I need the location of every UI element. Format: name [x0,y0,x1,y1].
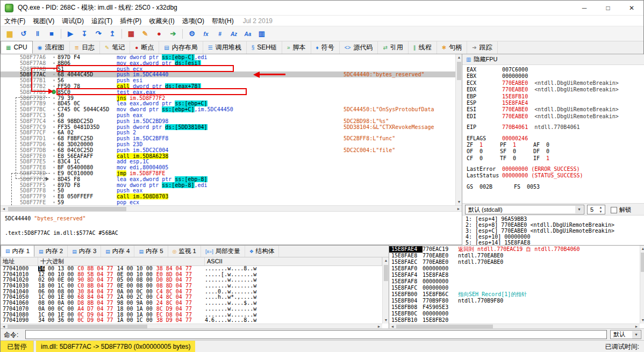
stack-row[interactable]: 15E8FAF415E8FAE8 [389,272,640,278]
register-row[interactable]: EIP770B4061ntdll.770B4061 [462,124,644,131]
menu-item-插件(P)[interactable]: 插件(P) [116,16,145,26]
stack-argument-row[interactable]: 1: [esp+4] 96A59BB3 [462,216,644,222]
flag-value[interactable]: 002B [480,184,502,190]
stack-argument-row[interactable]: 3: [esp+C] 770EABE0 <ntdll.DbgUiRemoteBr… [462,228,644,234]
flag-value[interactable]: 1 [513,142,521,148]
comment-button[interactable]: ✎ [138,27,152,40]
register-row[interactable]: EDX770EABE0<ntdll.DbgUiRemoteBreakin> [462,87,644,93]
disasm-row[interactable]: 5D8F77F28D45 F8lea eax,dword ptr ss:[ebp… [1,176,455,182]
stack-row[interactable]: 15E8FB08F45905E3 [389,304,640,311]
stack-row[interactable]: 15E8FB1015E8FB20 [389,317,640,324]
flag-value[interactable]: 1 [480,142,488,148]
tab-断点[interactable]: ●断点 [130,41,159,54]
register-row[interactable]: ECX770EABE0<ntdll.DbgUiRemoteBreakin> [462,80,644,87]
disasm-row[interactable]: 5D8F77A6897D F4mov dword ptr ss:[ebp-C],… [1,54,455,60]
debug-windows-button[interactable]: ▥ [255,27,269,40]
stack-row[interactable]: 15E8FB04770B9F80ntdll.770B9F80 [389,298,640,304]
disasm-row[interactable]: 5D8F77FE59pop ecx [1,199,455,205]
disasm-row[interactable]: 5D8F77A88B06mov eax,dword ptr ds:[esi] [1,60,455,66]
flag-value[interactable]: 1 [546,155,555,162]
menu-item-收藏夹(I)[interactable]: 收藏夹(I) [145,16,178,26]
disasm-row[interactable]: 5D8F77C350push eax [1,112,455,118]
tab-内存 2[interactable]: ▤内存 2 [34,246,68,257]
close-debuggee-button[interactable]: ■ [45,27,59,40]
menu-item-调试(D)[interactable]: 调试(D) [58,16,88,26]
tab-流程图[interactable]: ◉流程图 [33,41,70,54]
breakpoint-toolbar-button[interactable]: ● [152,27,166,40]
memory-column-hex[interactable]: 十六进制 [38,257,205,265]
scrollbar-thumb[interactable] [8,207,126,211]
tab-引用[interactable]: ⇄引用 [378,41,408,54]
memory-column-address[interactable]: 地址 [1,257,38,265]
stack-row[interactable]: 15E8FB0C00000000 [389,311,640,317]
stack-argument-row[interactable]: 4: [esp+10] 00000000 [462,234,644,240]
settings-button[interactable]: ⚙ [185,27,199,40]
disasm-row[interactable]: 5D8F77AC68 4044C45Dpush im.5DC444405DC44… [1,71,455,77]
tab-监视 1[interactable]: ◎监视 1 [168,246,201,257]
maximize-button[interactable]: □ [596,1,620,16]
minimize-button[interactable]: ─ [573,1,596,16]
tab-内存 5[interactable]: ▤内存 5 [134,246,168,257]
scrollbar-thumb[interactable] [457,62,461,80]
flag-value[interactable]: 0053 [527,184,549,190]
case-button[interactable]: Aa [241,27,255,40]
stack-row[interactable]: 15E8FAE8770EABE0ntdll.770EABE0 [389,253,640,259]
register-row[interactable]: ESI770EABE0<ntdll.DbgUiRemoteBreakin> [462,106,644,113]
chevron-down-icon[interactable]: ▼ [632,331,640,339]
calculator-button[interactable]: fx [199,27,213,40]
tab-内存 3[interactable]: ▤内存 3 [68,246,101,257]
disassembly-vertical-scrollbar[interactable]: ▲ ▼ [455,54,462,205]
memory-vertical-scrollbar[interactable]: ▲ ▼ [382,257,389,324]
hash-button[interactable]: # [213,27,227,40]
unlock-checkbox[interactable] [611,207,617,213]
tab-跟踪[interactable]: ➔跟踪 [467,41,497,54]
stack-row[interactable]: 15E8FAEC770EABE0ntdll.770EABE0 [389,259,640,265]
disasm-row[interactable]: 5D8F77F9E8 050FFEFFcall im.5D8D8703 [1,193,455,199]
disasm-row[interactable]: 5D8F77F850push eax [1,188,455,193]
stack-row[interactable]: 15E8FAE4770EAC19返回到 ntdll.770EAC19 自 ntd… [389,246,640,253]
flag-value[interactable]: 0 [513,148,521,155]
register-row[interactable]: EAX007C6000 [462,67,644,73]
menu-item-选项(O)[interactable]: 选项(O) [178,16,208,26]
trace-button[interactable]: ➔ [166,27,180,40]
register-row[interactable]: EBP15E8FB10 [462,94,644,100]
chevron-down-icon[interactable]: ▼ [575,206,583,213]
disasm-row[interactable]: 5D8F77B98D45 0Clea eax,dword ptr ss:[ebp… [1,100,455,106]
flag-value[interactable]: 0 [513,155,521,162]
menu-item-文件(F)[interactable]: 文件(F) [1,16,29,26]
tab-调用堆栈[interactable]: ☰调用堆栈 [203,41,247,54]
patches-button[interactable]: ▦ [124,27,138,40]
register-row[interactable]: EBX00000000 [462,73,644,80]
hide-fpu-button[interactable]: ▥ 隐藏FPU [462,54,644,65]
tab-日志[interactable]: ≣日志 [70,41,100,54]
disasm-row[interactable]: 5D8F77B779 39jns im.5D8F77F2 [1,95,455,101]
register-row[interactable]: LastStatus00000000 (STATUS_SUCCESS) [462,173,644,179]
flag-value[interactable]: 0 [546,142,555,148]
command-input[interactable] [25,330,607,339]
menu-item-视图(V)[interactable]: 视图(V) [29,16,58,26]
disasm-row[interactable]: 5D8F77C468 98BDC25Dpush im.5DC2BD985DC2B… [1,118,455,124]
disasm-row[interactable]: 5D8F77B156push esi [1,77,455,83]
register-row[interactable]: LastError00000000 (ERROR_SUCCESS) [462,166,644,173]
flag-value[interactable]: 0 [480,148,488,155]
disasm-row[interactable]: 5D8F77D168 F8BFC25Dpush im.5DC2BFF85DC2B… [1,135,455,141]
tab-内存 4[interactable]: ▤内存 4 [101,246,134,257]
step-into-button[interactable]: ↧ [77,27,91,40]
command-script-combo[interactable]: 默认 ▼ [610,330,641,339]
disasm-row[interactable]: 5D8F77BCC745 0C 5044C45Dmov dword ptr ss… [1,106,455,112]
pause-button[interactable]: ‖ [31,27,45,40]
tab-句柄[interactable]: ✱句柄 [437,41,467,54]
register-row[interactable]: EDI770EABE0<ntdll.DbgUiRemoteBreakin> [462,113,644,120]
tab-符号[interactable]: ♦符号 [311,41,340,54]
stack-row[interactable]: 15E8FB0015E8FB6C指向SEH_Record[1]的指针 [389,291,640,298]
argument-depth-spinner[interactable]: 5 ▲▼ [587,205,605,214]
scrollbar-thumb[interactable] [8,325,147,328]
tab-内存 1[interactable]: ▤内存 1 [1,245,34,257]
disasm-row[interactable]: 5D8F77F5897D F8mov dword ptr ss:[ebp-8],… [1,182,455,188]
execute-till-return-button[interactable]: ↥ [105,27,119,40]
disasm-row[interactable]: 5D8F77D668 3D020000push 23D [1,141,455,147]
menu-item-追踪(T)[interactable]: 追踪(T) [88,16,116,26]
disasm-row[interactable]: 5D8F77E0E8 56EAFAFFcall im.5D8A6238 [1,153,455,159]
scroll-up-icon[interactable]: ▲ [640,246,644,252]
disasm-row[interactable]: 5D8F77EDE9 0C010000jmp im.5D8F78FE [1,170,455,176]
